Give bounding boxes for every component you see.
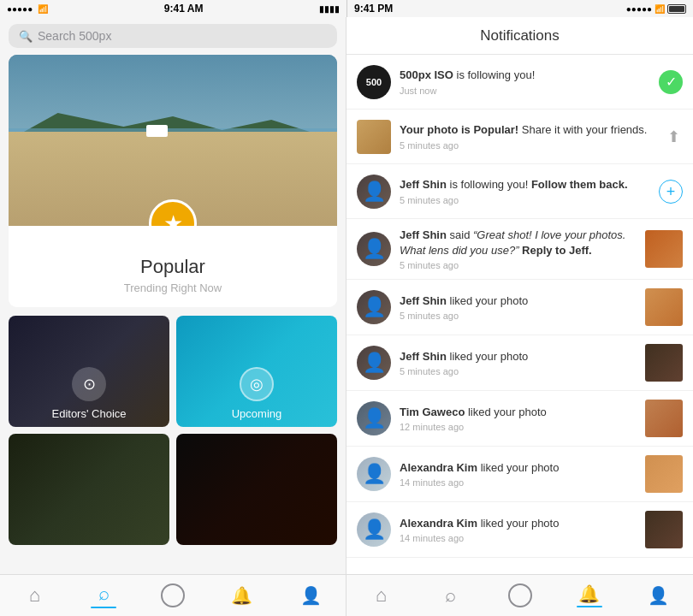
profile-icon: 👤: [300, 585, 322, 606]
notification-item[interactable]: 500 500px ISO is following you! Just now…: [346, 55, 693, 110]
left-nav-profile[interactable]: 👤: [276, 575, 346, 616]
avatar-jeff-shin-1: 👤: [357, 175, 391, 209]
notifications-title: Notifications: [480, 27, 560, 44]
hero-info: Popular Trending Right Now: [9, 226, 337, 307]
notification-item[interactable]: 👤 Jeff Shin liked your photo 5 minutes a…: [346, 335, 693, 391]
follow-back-button[interactable]: +: [659, 180, 683, 204]
follow-check-button[interactable]: ✓: [659, 70, 683, 94]
editors-choice-label: Editors' Choice: [9, 407, 169, 420]
left-nav-home[interactable]: ⌂: [0, 575, 69, 616]
notification-thumbnail-9: [645, 511, 683, 548]
upcoming-card[interactable]: ◎ Upcoming: [176, 316, 337, 427]
notif-action-1[interactable]: ✓: [659, 70, 683, 94]
search-input-wrap[interactable]: 🔍 Search 500px: [9, 24, 337, 48]
notif-text-7: Tim Gaweco liked your photo: [400, 405, 637, 420]
notif-text-3: Jeff Shin is following you! Follow them …: [400, 177, 650, 192]
notification-thumbnail-6: [645, 344, 683, 382]
notification-item[interactable]: 👤 Jeff Shin is following you! Follow the…: [346, 164, 693, 219]
notification-item[interactable]: 👤 Jeff Shin liked your photo 5 minutes a…: [346, 280, 693, 335]
notif-action-3[interactable]: +: [659, 180, 683, 204]
upcoming-label: Upcoming: [176, 407, 337, 420]
notif-body-5: Jeff Shin liked your photo 5 minutes ago: [400, 293, 637, 321]
category-grid: ⊙ Editors' Choice ◎ Upcoming: [9, 316, 337, 545]
notification-thumbnail-8: [645, 455, 683, 493]
left-status-bar: ●●●●● 📶 9:41 AM ▮▮▮▮: [0, 0, 346, 17]
left-battery: ▮▮▮▮: [319, 4, 340, 14]
bell-icon: 🔔: [231, 585, 252, 606]
hero-subtitle: Trending Right Now: [17, 281, 329, 294]
active-indicator: [91, 607, 116, 608]
avatar-jeff-shin-3: 👤: [357, 290, 391, 324]
checkmark-icon: ✓: [666, 74, 677, 90]
nature-card[interactable]: [9, 434, 169, 545]
notification-list: 500 500px ISO is following you! Just now…: [346, 55, 693, 574]
notification-item[interactable]: 👤 Jeff Shin said “Great shot! I love you…: [346, 219, 693, 280]
notif-time-2: 5 minutes ago: [400, 140, 655, 151]
notification-item[interactable]: 👤 Tim Gaweco liked your photo 12 minutes…: [346, 391, 693, 447]
left-panel: 🔍 Search 500px ★ Popular: [0, 17, 346, 616]
left-signal-icons: ●●●●● 📶: [7, 4, 48, 14]
notif-text-5: Jeff Shin liked your photo: [400, 293, 637, 309]
notif-time-3: 5 minutes ago: [400, 195, 650, 205]
right-nav-home[interactable]: ⌂: [346, 575, 416, 616]
notif-time-7: 12 minutes ago: [400, 422, 637, 432]
notif-time-6: 5 minutes ago: [400, 366, 637, 376]
right-nav-profile[interactable]: 👤: [624, 575, 693, 616]
editors-choice-icon: ⊙: [72, 367, 106, 401]
right-home-icon: ⌂: [376, 584, 387, 607]
notif-body-6: Jeff Shin liked your photo 5 minutes ago: [400, 349, 637, 376]
notif-text-4: Jeff Shin said “Great shot! I love your …: [400, 228, 637, 258]
notif-body-2: Your photo is Popular! Share it with you…: [400, 122, 655, 150]
right-status-bar: 9:41 PM ●●●●● 📶: [346, 0, 693, 17]
notification-thumbnail-5: [645, 288, 683, 326]
right-panel: Notifications 500 500px ISO is following…: [346, 17, 693, 616]
notif-body-8: Alexandra Kim liked your photo 14 minute…: [400, 460, 637, 488]
notification-thumbnail-4: [645, 230, 683, 268]
avatar-tim-gaweco: 👤: [357, 401, 391, 435]
nightlife-card[interactable]: [176, 434, 337, 545]
left-nav-camera[interactable]: [139, 575, 208, 616]
right-camera-icon: [508, 583, 532, 607]
notif-text-6: Jeff Shin liked your photo: [400, 349, 637, 364]
right-status-icons: ●●●●● 📶: [626, 4, 686, 14]
right-search-icon: ⌕: [445, 584, 456, 607]
popular-hero-card[interactable]: ★ Popular Trending Right Now: [9, 55, 337, 307]
notif-body-4: Jeff Shin said “Great shot! I love your …: [400, 228, 637, 270]
avatar-jeff-shin-4: 👤: [357, 346, 391, 380]
avatar-jeff-shin-2: 👤: [357, 232, 391, 266]
avatar-500px: 500: [357, 65, 391, 99]
notification-item[interactable]: 👤 Alexandra Kim liked your photo 14 minu…: [346, 502, 693, 558]
search-placeholder: Search 500px: [38, 29, 111, 43]
notification-item[interactable]: Your photo is Popular! Share it with you…: [346, 110, 693, 164]
avatar-alexandra-kim-1: 👤: [357, 457, 391, 491]
left-nav-notifications[interactable]: 🔔: [207, 575, 276, 616]
notif-time-1: Just now: [400, 86, 650, 96]
avatar-photo: [357, 120, 391, 154]
right-bottom-nav: ⌂ ⌕ 🔔 👤: [346, 574, 693, 616]
right-time: 9:41 PM: [354, 3, 393, 15]
notification-item[interactable]: 👤 Alexandra Kim liked your photo 14 minu…: [346, 447, 693, 502]
right-nav-camera[interactable]: [485, 575, 554, 616]
notif-body-1: 500px ISO is following you! Just now: [400, 68, 650, 95]
left-time: 9:41 AM: [164, 3, 204, 15]
share-button[interactable]: ⬆: [664, 126, 683, 148]
left-nav-search[interactable]: ⌕: [69, 575, 139, 616]
editors-choice-card[interactable]: ⊙ Editors' Choice: [9, 316, 169, 427]
upcoming-icon: ◎: [240, 367, 274, 401]
notif-time-4: 5 minutes ago: [400, 260, 637, 270]
notif-action-2[interactable]: ⬆: [664, 126, 683, 148]
right-active-indicator: [577, 606, 602, 607]
right-nav-search[interactable]: ⌕: [416, 575, 485, 616]
right-nav-notifications[interactable]: 🔔: [554, 575, 624, 616]
plus-icon: +: [666, 184, 676, 199]
notif-body-9: Alexandra Kim liked your photo 14 minute…: [400, 516, 637, 543]
notif-time-5: 5 minutes ago: [400, 311, 637, 321]
notif-text-9: Alexandra Kim liked your photo: [400, 516, 637, 531]
search-nav-icon: ⌕: [98, 583, 110, 605]
notif-time-8: 14 minutes ago: [400, 477, 637, 488]
hero-van: [146, 125, 168, 137]
notif-text-8: Alexandra Kim liked your photo: [400, 460, 637, 476]
right-profile-icon: 👤: [648, 585, 669, 606]
home-icon: ⌂: [29, 584, 40, 607]
hero-title: Popular: [17, 256, 329, 278]
